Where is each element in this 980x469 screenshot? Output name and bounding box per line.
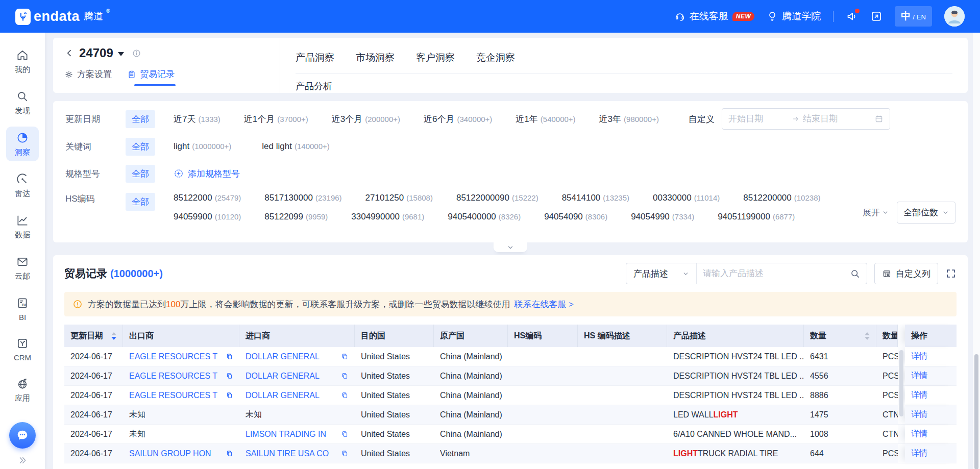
importer-link[interactable]: LIMSON TRADING IN xyxy=(246,430,337,439)
hs-code-option[interactable]: 94054990(7334) xyxy=(631,212,694,222)
tab-product-analysis[interactable]: 产品分析 xyxy=(296,81,332,91)
page-scrollbar-thumb[interactable] xyxy=(974,354,978,469)
custom-date-label[interactable]: 自定义 xyxy=(689,113,715,125)
hs-code-option[interactable]: 3304990000(9681) xyxy=(351,212,424,222)
start-date-input[interactable] xyxy=(728,114,789,124)
detail-link[interactable]: 详情 xyxy=(911,371,927,381)
copy-icon[interactable] xyxy=(341,372,349,380)
hs-code-option[interactable]: 94054090(8306) xyxy=(544,212,607,222)
hs-code-option[interactable]: 94051199000(6877) xyxy=(718,212,795,222)
hs-code-option[interactable]: 85122000090(15222) xyxy=(456,193,538,203)
hs-code-option[interactable]: 8512200000(10238) xyxy=(743,193,820,203)
filter-all-chip[interactable]: 全部 xyxy=(126,165,155,183)
filter-option[interactable]: 近3年(980000+) xyxy=(599,113,659,125)
scheme-dropdown-caret[interactable] xyxy=(118,52,124,56)
online-service-button[interactable]: 在线客服 NEW xyxy=(674,10,755,23)
table-scrollbar-track[interactable] xyxy=(898,325,905,347)
academy-button[interactable]: 腾道学院 xyxy=(767,10,821,23)
col-update-date[interactable]: 更新日期 xyxy=(64,325,123,347)
announcement-icon[interactable] xyxy=(846,10,858,22)
custom-columns-button[interactable]: 自定义列 xyxy=(874,263,938,284)
detail-link[interactable]: 详情 xyxy=(911,390,927,401)
copy-icon[interactable] xyxy=(341,430,349,438)
filter-option[interactable]: light(1000000+) xyxy=(174,141,231,152)
sidebar-item-discover[interactable]: 发现 xyxy=(6,85,39,120)
language-switch[interactable]: 中 / EN xyxy=(895,6,932,27)
tendata-logo[interactable]: endata 腾道 ® xyxy=(15,8,110,25)
copy-icon[interactable] xyxy=(226,391,233,399)
filter-option[interactable]: 近7天(1333) xyxy=(174,113,220,125)
filter-option[interactable]: led light(140000+) xyxy=(262,141,329,152)
fullscreen-table-icon[interactable] xyxy=(945,268,957,279)
copy-icon[interactable] xyxy=(341,353,349,360)
hs-code-option[interactable]: 85122000(25479) xyxy=(174,193,241,203)
chat-button[interactable] xyxy=(9,422,36,449)
tab-competitor-insight[interactable]: 竞企洞察 xyxy=(476,51,515,64)
importer-link[interactable]: DOLLAR GENERAL xyxy=(246,372,337,381)
date-range-picker[interactable] xyxy=(722,108,890,130)
sort-control[interactable] xyxy=(865,332,870,340)
importer-link[interactable]: DOLLAR GENERAL xyxy=(246,391,337,400)
hs-code-option[interactable]: 85414100(13235) xyxy=(562,193,629,203)
avatar[interactable] xyxy=(944,6,965,27)
filter-option[interactable]: 近1个月(37000+) xyxy=(244,113,308,125)
sidebar-item-insight[interactable]: 洞察 xyxy=(6,127,39,161)
sidebar-item-mail[interactable]: 云邮 xyxy=(6,251,39,285)
hs-code-option[interactable]: 00330000(11014) xyxy=(653,193,720,203)
sidebar-item-mine[interactable]: 我的 xyxy=(6,44,39,79)
page-scrollbar[interactable] xyxy=(973,33,980,469)
detail-link[interactable]: 详情 xyxy=(911,429,927,439)
sidebar-item-radar[interactable]: 雷达 xyxy=(6,168,39,203)
copy-icon[interactable] xyxy=(226,450,233,457)
sidebar-item-crm[interactable]: CRM xyxy=(6,332,39,366)
filter-option[interactable]: 近1年(540000+) xyxy=(516,113,575,125)
tab-product-insight[interactable]: 产品洞察 xyxy=(296,51,334,64)
sidebar-item-bi[interactable]: BI BI xyxy=(6,292,39,326)
copy-icon[interactable] xyxy=(341,450,349,457)
exporter-link[interactable]: EAGLE RESOURCES T xyxy=(129,391,222,400)
sidebar-expand-arrows[interactable] xyxy=(17,456,28,465)
filter-all-chip[interactable]: 全部 xyxy=(126,193,155,211)
filter-all-chip[interactable]: 全部 xyxy=(126,110,155,128)
copy-icon[interactable] xyxy=(341,391,349,399)
tab-customer-insight[interactable]: 客户洞察 xyxy=(416,51,455,64)
expand-toggle[interactable]: 展开 xyxy=(863,207,889,218)
digits-select[interactable]: 全部位数 xyxy=(897,202,955,224)
sort-control[interactable] xyxy=(111,332,116,340)
exporter-link[interactable]: EAGLE RESOURCES T xyxy=(129,352,222,361)
copy-icon[interactable] xyxy=(226,353,233,360)
hs-code-option[interactable]: 85122099(9959) xyxy=(264,212,328,222)
sidebar-item-apps[interactable]: 应用 xyxy=(6,373,39,407)
tab-trade-records[interactable]: 贸易记录 xyxy=(127,68,175,86)
copy-icon[interactable] xyxy=(226,372,233,380)
hs-code-option[interactable]: 94059900(10120) xyxy=(174,212,241,222)
hs-code-option[interactable]: 9405400000(8326) xyxy=(448,212,521,222)
exporter-link[interactable]: EAGLE RESOURCES T xyxy=(129,372,222,381)
exporter-link[interactable]: SAILUN GROUP HON xyxy=(129,449,222,458)
fullscreen-window-icon[interactable] xyxy=(870,10,883,22)
table-scrollbar-track[interactable] xyxy=(898,444,905,463)
tab-scheme-settings[interactable]: 方案设置 xyxy=(64,68,112,86)
detail-link[interactable]: 详情 xyxy=(911,448,927,459)
importer-link[interactable]: DOLLAR GENERAL xyxy=(246,352,337,361)
search-field-select[interactable]: 产品描述 xyxy=(626,263,697,284)
hs-code-option[interactable]: 8517130000(23196) xyxy=(264,193,341,203)
filter-option[interactable]: 近6个月(340000+) xyxy=(424,113,492,125)
contact-service-link[interactable]: 联系在线客服 > xyxy=(514,299,574,310)
table-scrollbar-thumb[interactable] xyxy=(899,350,903,416)
filter-collapse-tab[interactable] xyxy=(494,242,527,252)
col-quantity[interactable]: 数量 xyxy=(804,325,876,347)
search-icon[interactable] xyxy=(850,268,861,279)
add-spec-button[interactable]: 添加规格型号 xyxy=(174,168,240,180)
info-icon[interactable] xyxy=(132,48,141,58)
back-icon[interactable] xyxy=(64,48,75,58)
end-date-input[interactable] xyxy=(803,114,863,124)
filter-all-chip[interactable]: 全部 xyxy=(126,138,155,156)
detail-link[interactable]: 详情 xyxy=(911,351,927,362)
hs-code-option[interactable]: 27101250(15808) xyxy=(365,193,433,203)
table-scrollbar-track[interactable] xyxy=(898,425,905,443)
tab-market-insight[interactable]: 市场洞察 xyxy=(356,51,395,64)
importer-link[interactable]: SAILUN TIRE USA CO xyxy=(246,449,337,458)
filter-option[interactable]: 近3个月(200000+) xyxy=(332,113,400,125)
sidebar-item-data[interactable]: 数据 xyxy=(6,209,39,244)
